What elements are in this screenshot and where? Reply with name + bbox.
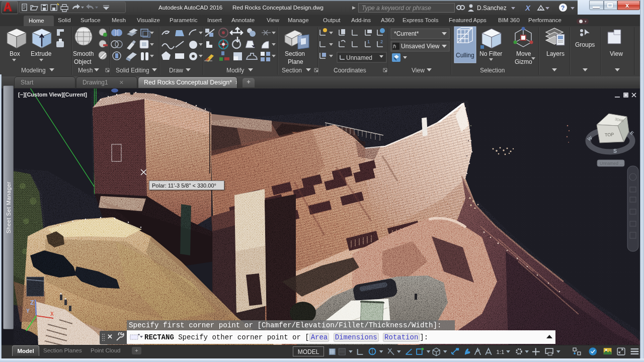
svg-text:Unnamed ...: Unnamed ...	[600, 161, 623, 166]
svg-text:2: 2	[380, 39, 383, 44]
svg-text:Object: Object	[74, 58, 92, 65]
svg-text:1:1: 1:1	[497, 349, 505, 355]
svg-text:Extrude: Extrude	[31, 50, 52, 57]
svg-text:Draw: Draw	[169, 67, 183, 74]
svg-text:Layers: Layers	[546, 50, 565, 57]
svg-text:TOP: TOP	[605, 132, 614, 137]
svg-text:Box: Box	[10, 50, 20, 57]
svg-text:Plane: Plane	[288, 58, 303, 65]
svg-text:Gizmo: Gizmo	[515, 58, 532, 65]
svg-text:Culling: Culling	[456, 52, 474, 59]
svg-text:Move: Move	[516, 50, 531, 57]
svg-text:Selection: Selection	[480, 67, 505, 74]
svg-text:Section: Section	[282, 67, 302, 74]
svg-text:Mesh: Mesh	[78, 67, 93, 74]
svg-text:Unsaved View: Unsaved View	[401, 43, 440, 50]
svg-text:Modeling: Modeling	[21, 67, 46, 74]
svg-text:View: View	[610, 50, 623, 57]
svg-text:*Current*: *Current*	[394, 30, 419, 37]
svg-text:No Filter: No Filter	[479, 50, 502, 57]
svg-text:?: ?	[561, 5, 565, 12]
svg-text:Section: Section	[285, 50, 305, 57]
svg-text:1: 1	[367, 39, 370, 44]
svg-text:Smooth: Smooth	[73, 50, 94, 57]
svg-text:Solid Editing: Solid Editing	[116, 67, 149, 74]
svg-text:X: X	[525, 4, 531, 12]
svg-text:Coordinates: Coordinates	[334, 67, 366, 74]
svg-text:Unnamed: Unnamed	[346, 54, 372, 61]
svg-text:Groups: Groups	[575, 41, 595, 48]
svg-text:Modify: Modify	[226, 67, 244, 74]
svg-text:View: View	[412, 67, 425, 74]
svg-text:ℏ: ℏ	[393, 44, 396, 49]
svg-text:D.Sanchez: D.Sanchez	[477, 5, 507, 12]
svg-text:S: S	[613, 148, 617, 154]
